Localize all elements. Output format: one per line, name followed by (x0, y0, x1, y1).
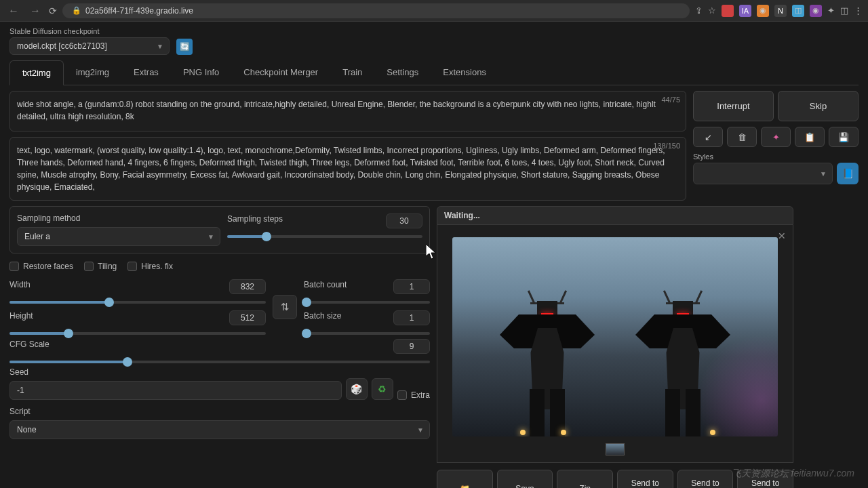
tab-txt2img[interactable]: txt2img (9, 60, 64, 85)
height-label: Height (9, 311, 33, 321)
card-button[interactable]: 📋 (795, 127, 825, 147)
tab-settings[interactable]: Settings (374, 60, 431, 85)
reuse-seed-button[interactable]: ♻ (372, 378, 393, 400)
sampling-steps-label: Sampling steps (227, 214, 283, 224)
ext-icon-1[interactable] (722, 5, 734, 17)
negative-prompt-input[interactable]: 138/150 text, logo, watermark, (worst qu… (9, 137, 686, 201)
url-bar[interactable]: 🔒 02a56ff4-71ff-439e.gradio.live (62, 3, 690, 18)
skip-button[interactable]: Skip (778, 91, 859, 121)
batch-count-value[interactable]: 1 (393, 279, 430, 294)
zip-button[interactable]: Zip (557, 470, 613, 488)
sampling-steps-value[interactable]: 30 (386, 214, 422, 228)
batch-size-label: Batch size (304, 311, 341, 321)
ext-icon-6[interactable]: ◉ (810, 5, 822, 17)
batch-count-label: Batch count (304, 280, 347, 289)
url-text: 02a56ff4-71ff-439e.gradio.live (85, 6, 193, 16)
forward-icon[interactable]: → (27, 5, 43, 17)
styles-label: Styles (693, 152, 833, 161)
tab-merger[interactable]: Checkpoint Merger (231, 60, 330, 85)
chevron-down-icon: ▼ (208, 233, 214, 241)
output-gallery: ✕ (437, 225, 793, 463)
width-slider[interactable] (9, 301, 266, 304)
checkpoint-label: Stable Diffusion checkpoint (9, 27, 170, 35)
batch-size-value[interactable]: 1 (393, 310, 430, 325)
extra-seed-checkbox[interactable]: Extra (397, 390, 430, 400)
tiling-checkbox[interactable]: Tiling (84, 262, 117, 271)
chevron-down-icon: ▼ (157, 43, 163, 50)
star-icon[interactable]: ☆ (708, 5, 716, 16)
clear-prompt-button[interactable]: 🗑 (727, 127, 757, 147)
sampling-method-select[interactable]: Euler a ▼ (17, 227, 220, 246)
tab-extensions[interactable]: Extensions (431, 60, 498, 85)
prompt-input[interactable]: 44/75 wide shot angle, a (gundam:0.8) ro… (9, 91, 686, 131)
lock-icon: 🔒 (72, 6, 81, 15)
hires-fix-checkbox[interactable]: Hires. fix (127, 262, 173, 271)
seed-input[interactable] (9, 381, 342, 400)
refresh-checkpoint-button[interactable]: 🔄 (176, 39, 193, 55)
swap-dimensions-button[interactable]: ⇅ (273, 295, 297, 319)
panel-icon[interactable]: ◫ (840, 5, 848, 16)
checkpoint-select[interactable]: model.ckpt [cc6cb27103] ▼ (9, 37, 170, 55)
restore-faces-checkbox[interactable]: Restore faces (9, 262, 73, 271)
interrupt-button[interactable]: Interrupt (693, 91, 774, 121)
watermark: 飞天资源论坛 feitianwu7.com (732, 468, 854, 480)
extra-networks-button[interactable]: ✦ (761, 127, 791, 147)
height-value[interactable]: 512 (229, 310, 266, 325)
read-params-button[interactable]: ↙ (693, 127, 723, 147)
height-slider[interactable] (9, 332, 266, 335)
chevron-down-icon: ▼ (820, 170, 827, 178)
ext-icon-5[interactable]: ◫ (792, 5, 804, 17)
reload-icon[interactable]: ⟳ (49, 5, 57, 16)
chevron-down-icon: ▼ (417, 426, 424, 434)
menu-icon[interactable]: ⋮ (854, 5, 863, 16)
seed-label: Seed (9, 367, 342, 377)
share-icon[interactable]: ⇪ (695, 5, 703, 16)
cfg-value[interactable]: 9 (393, 339, 430, 354)
main-tabs: txt2img img2img Extras PNG Info Checkpoi… (9, 60, 859, 85)
sampling-steps-slider[interactable] (227, 235, 422, 238)
cfg-slider[interactable] (9, 361, 430, 363)
save-style-button[interactable]: 💾 (829, 127, 859, 147)
batch-count-slider[interactable] (304, 301, 430, 304)
close-icon[interactable]: ✕ (778, 230, 786, 241)
output-image[interactable] (452, 237, 778, 436)
cfg-label: CFG Scale (9, 340, 50, 349)
random-seed-button[interactable]: 🎲 (346, 378, 368, 400)
output-thumbnail[interactable] (606, 443, 625, 455)
send-img2img-button[interactable]: Send to img2img (617, 470, 673, 488)
width-label: Width (9, 280, 31, 289)
neg-prompt-token-count: 138/150 (653, 140, 680, 152)
tab-extras[interactable]: Extras (121, 60, 171, 85)
tab-pnginfo[interactable]: PNG Info (171, 60, 231, 85)
ext-icon-3[interactable]: ◉ (757, 5, 769, 17)
styles-select[interactable]: ▼ (693, 163, 833, 184)
apply-style-button[interactable]: 📘 (837, 163, 859, 184)
ext-icon-2[interactable]: IA (739, 5, 751, 17)
ext-icon-4[interactable]: N (774, 5, 787, 17)
width-value[interactable]: 832 (229, 279, 266, 294)
sampling-method-label: Sampling method (17, 214, 220, 223)
script-select[interactable]: None ▼ (9, 420, 430, 439)
script-label: Script (9, 407, 430, 416)
open-folder-button[interactable]: 📁 (437, 470, 493, 488)
puzzle-icon[interactable]: ✦ (827, 5, 835, 16)
save-button[interactable]: Save (497, 470, 553, 488)
tab-train[interactable]: Train (330, 60, 374, 85)
tab-img2img[interactable]: img2img (64, 60, 121, 85)
back-icon[interactable]: ← (5, 5, 22, 17)
batch-size-slider[interactable] (304, 332, 430, 335)
prompt-token-count: 44/75 (661, 94, 680, 106)
